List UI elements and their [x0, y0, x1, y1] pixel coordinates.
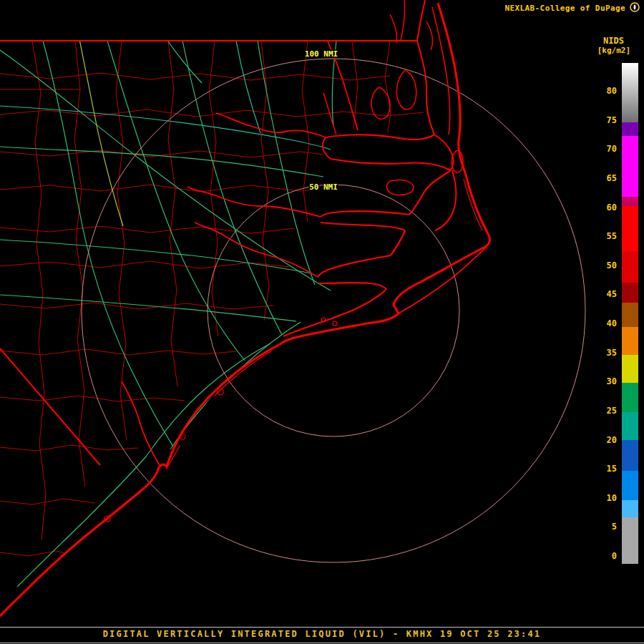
colorbar-tick-label: 50: [607, 260, 617, 270]
colorbar-segment: [622, 136, 638, 197]
colorbar-tick-label: 15: [607, 464, 617, 474]
colorbar-tick-label: 80: [607, 86, 617, 96]
colorbar-units: [kg/m2]: [597, 46, 630, 55]
colorbar-tick-label: 0: [612, 551, 617, 561]
colorbar-tick-label: 60: [607, 203, 617, 213]
range-rings: [82, 59, 585, 562]
road-line: [0, 147, 323, 177]
range-ring-50nmi: [208, 185, 459, 436]
pamlico-river-south-shore: [321, 223, 405, 230]
road-line: [43, 41, 192, 475]
river-roanoke: [216, 113, 326, 137]
county-line: [0, 445, 138, 451]
county-line: [0, 185, 319, 192]
roads: [0, 0, 336, 587]
county-line: [0, 349, 236, 355]
coastline-segment: [390, 14, 397, 43]
colorbar-segment: [622, 383, 638, 412]
colorbar-segment: [622, 327, 638, 355]
colorbar-tick-label: 45: [607, 289, 617, 299]
core-banks: [399, 247, 487, 313]
colorbar-segment: [622, 412, 638, 441]
range-ring-label-50nmi: 50 NMI: [309, 182, 338, 192]
colorbar-segment: [622, 517, 638, 564]
county-line: [209, 41, 218, 336]
county-line: [168, 41, 177, 386]
range-ring-100nmi: [82, 59, 585, 562]
coastline-segment: [417, 0, 425, 41]
colorbar-tick-label: 5: [612, 522, 617, 532]
colorbar-segment: [622, 440, 638, 470]
colorbar-tick-label: 25: [607, 406, 617, 416]
river-neuse: [195, 223, 318, 277]
lake-mattamuskeet: [386, 180, 414, 195]
colorbar-tick-label: 65: [607, 173, 617, 183]
county-boundaries: [0, 41, 424, 556]
neuse-river-south-shore: [319, 283, 386, 289]
state-border-nc-sc: [0, 348, 100, 465]
county-line: [0, 303, 273, 309]
county-line: [32, 41, 46, 540]
colorbar-segment: [622, 197, 638, 206]
coastline-segment: [417, 41, 434, 135]
colorbar-tick-label: 10: [607, 493, 617, 503]
county-line: [0, 396, 185, 401]
secondary-roads: [0, 41, 331, 150]
county-line: [0, 73, 390, 80]
coastal-island: [333, 321, 337, 326]
range-ring-label-100nmi: 100 NMI: [305, 49, 338, 59]
colorbar-tick-label: 20: [607, 435, 617, 445]
colorbar-tick-label: 35: [607, 348, 617, 358]
footer-rule-top: [0, 627, 644, 628]
county-line: [385, 41, 391, 132]
coastline-segment: [396, 70, 416, 109]
neuse-river-north-shore: [318, 255, 391, 277]
radar-map: 100 NMI 50 NMI: [0, 0, 644, 644]
road-line: [258, 41, 315, 285]
colorbar-tick-label: 75: [607, 115, 617, 125]
coastline-segment: [215, 351, 272, 396]
colorbar-segment: [622, 500, 638, 517]
colorbar-tick-label: 55: [607, 231, 617, 241]
county-line: [0, 150, 323, 157]
colorbar-segment: [622, 251, 638, 283]
colorbar-segment: [622, 471, 638, 500]
road-line: [17, 343, 270, 587]
road-line: [0, 50, 331, 291]
coastline-segment: [432, 7, 450, 135]
coastline-segment: [426, 21, 432, 50]
coastline-segment: [391, 230, 405, 255]
albemarle-sound-south-shore: [331, 159, 451, 170]
pamlico-sound-west-shore: [409, 170, 451, 215]
county-line: [0, 226, 295, 233]
albemarle-sound-north-shore: [326, 135, 434, 140]
colorbar-segment: [622, 206, 638, 251]
cod-logo-icon: [628, 1, 641, 13]
road-line: [236, 41, 260, 133]
southern-coastline: [0, 345, 279, 616]
colorbar-segment: [622, 303, 638, 327]
footer-rule-bottom: [0, 643, 644, 643]
county-line: [74, 41, 85, 487]
river-cape-fear: [122, 381, 160, 467]
radar-screen: 100 NMI 50 NMI NEXLAB-College of DuPage …: [0, 0, 644, 644]
pamlico-river-north-shore: [321, 211, 409, 217]
road-line: [170, 322, 301, 449]
coastline-segment: [401, 0, 405, 41]
colorbar-tick-label: 40: [607, 318, 617, 328]
brand-text: NEXLAB-College of DuPage: [504, 4, 625, 13]
coastline-segment: [464, 179, 482, 230]
colorbar-segment: [622, 122, 638, 137]
county-line: [116, 41, 127, 440]
county-line: [0, 261, 290, 268]
colorbar-segment: [622, 283, 638, 303]
colorbar-tick-label: 70: [607, 144, 617, 154]
county-line: [0, 499, 95, 504]
colorbar-title: NIDS: [603, 36, 624, 46]
colorbar-segment: [622, 63, 638, 122]
product-title: DIGITAL VERTICALLY INTEGRATED LIQUID (VI…: [0, 629, 644, 639]
county-line: [0, 551, 72, 556]
colorbar-tick-label: 30: [607, 376, 617, 386]
colorbar-segment: [622, 355, 638, 383]
primary-roads: [0, 0, 336, 587]
